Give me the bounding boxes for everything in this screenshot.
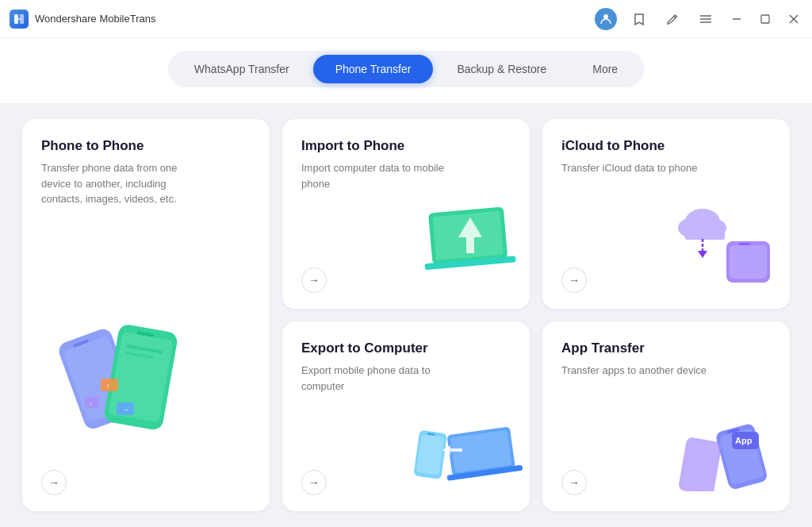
titlebar-left: Wondershare MobileTrans bbox=[10, 10, 155, 29]
bookmark-icon[interactable] bbox=[628, 8, 650, 30]
svg-marker-36 bbox=[698, 251, 707, 258]
tab-more[interactable]: More bbox=[570, 55, 640, 83]
phone-to-phone-illustration: ↑ → ↓ bbox=[33, 287, 200, 470]
edit-icon[interactable] bbox=[661, 8, 684, 30]
main-content: Phone to Phone Transfer phone data from … bbox=[0, 103, 812, 527]
card-description: Transfer apps to another device bbox=[561, 363, 720, 379]
svg-rect-30 bbox=[739, 243, 750, 245]
nav-tabs: WhatsApp Transfer Phone Transfer Backup … bbox=[168, 51, 644, 87]
svg-rect-34 bbox=[685, 228, 725, 240]
tab-whatsapp[interactable]: WhatsApp Transfer bbox=[172, 55, 312, 83]
svg-rect-29 bbox=[730, 245, 767, 279]
svg-text:→: → bbox=[122, 406, 129, 414]
svg-text:↑: ↑ bbox=[106, 382, 110, 390]
icloud-illustration bbox=[671, 198, 786, 289]
card-content: Phone to Phone Transfer phone data from … bbox=[41, 138, 251, 495]
app-title: Wondershare MobileTrans bbox=[35, 13, 155, 25]
svg-rect-1 bbox=[20, 14, 24, 24]
svg-rect-22 bbox=[85, 397, 99, 408]
export-illustration bbox=[407, 412, 530, 491]
card-arrow[interactable]: → bbox=[41, 470, 67, 495]
maximize-button[interactable] bbox=[756, 10, 774, 28]
card-import-to-phone[interactable]: Import to Phone Import computer data to … bbox=[282, 119, 530, 309]
card-title: iCloud to Phone bbox=[561, 138, 771, 154]
close-button[interactable] bbox=[785, 10, 802, 28]
card-title: Export to Computer bbox=[301, 340, 511, 356]
card-arrow[interactable]: → bbox=[301, 267, 327, 293]
svg-text:↓: ↓ bbox=[89, 400, 92, 407]
card-description: Import computer data to mobile phone bbox=[301, 160, 460, 191]
tab-backup[interactable]: Backup & Restore bbox=[435, 55, 569, 83]
card-phone-to-phone[interactable]: Phone to Phone Transfer phone data from … bbox=[22, 119, 270, 511]
svg-rect-0 bbox=[14, 14, 18, 24]
user-icon[interactable] bbox=[595, 8, 617, 30]
titlebar: Wondershare MobileTrans bbox=[0, 0, 812, 38]
menu-icon[interactable] bbox=[695, 8, 717, 30]
minimize-button[interactable] bbox=[728, 10, 745, 28]
card-arrow[interactable]: → bbox=[301, 470, 327, 495]
svg-point-2 bbox=[603, 14, 608, 19]
card-export-to-computer[interactable]: Export to Computer Export mobile phone d… bbox=[282, 321, 530, 511]
tab-phone[interactable]: Phone Transfer bbox=[313, 55, 434, 83]
nav-bar: WhatsApp Transfer Phone Transfer Backup … bbox=[0, 38, 812, 103]
card-arrow[interactable]: → bbox=[561, 267, 587, 293]
svg-text:App: App bbox=[735, 436, 753, 445]
card-description: Export mobile phone data to computer bbox=[301, 363, 460, 394]
import-illustration bbox=[419, 194, 526, 285]
titlebar-right bbox=[595, 8, 802, 30]
card-description: Transfer phone data from one device to a… bbox=[41, 160, 200, 207]
card-description: Transfer iCloud data to phone bbox=[561, 160, 720, 176]
card-title: Import to Phone bbox=[301, 138, 511, 154]
svg-rect-7 bbox=[761, 15, 769, 23]
card-arrow[interactable]: → bbox=[561, 470, 587, 495]
card-icloud-to-phone[interactable]: iCloud to Phone Transfer iCloud data to … bbox=[542, 119, 790, 309]
app-transfer-illustration: App bbox=[667, 412, 790, 491]
card-app-transfer[interactable]: App Transfer Transfer apps to another de… bbox=[542, 321, 790, 511]
card-title: Phone to Phone bbox=[41, 138, 251, 154]
card-title: App Transfer bbox=[561, 340, 771, 356]
app-icon bbox=[10, 10, 29, 29]
